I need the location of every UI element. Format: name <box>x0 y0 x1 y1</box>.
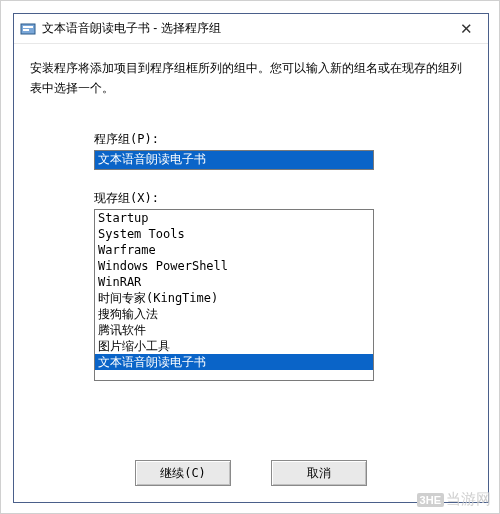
button-bar: 继续(C) 取消 <box>14 460 488 486</box>
app-icon <box>20 21 36 37</box>
form-area: 程序组(P): 现存组(X): StartupSystem ToolsWarfr… <box>14 109 488 381</box>
existing-groups-listbox[interactable]: StartupSystem ToolsWarframeWindows Power… <box>94 209 374 381</box>
list-item[interactable]: Windows PowerShell <box>95 258 373 274</box>
svg-rect-2 <box>23 29 29 31</box>
continue-button[interactable]: 继续(C) <box>135 460 231 486</box>
window-title: 文本语音朗读电子书 - 选择程序组 <box>42 20 444 37</box>
list-item[interactable]: 搜狗输入法 <box>95 306 373 322</box>
instruction-text: 安装程序将添加项目到程序组框所列的组中。您可以输入新的组名或在现存的组列表中选择… <box>14 44 488 109</box>
page-frame: 文本语音朗读电子书 - 选择程序组 ✕ 安装程序将添加项目到程序组框所列的组中。… <box>0 0 500 514</box>
titlebar: 文本语音朗读电子书 - 选择程序组 ✕ <box>14 14 488 44</box>
svg-rect-1 <box>23 26 33 28</box>
program-group-input[interactable] <box>94 150 374 170</box>
existing-groups-label: 现存组(X): <box>94 190 428 207</box>
program-group-label: 程序组(P): <box>94 131 428 148</box>
close-button[interactable]: ✕ <box>444 14 488 44</box>
cancel-button[interactable]: 取消 <box>271 460 367 486</box>
list-item[interactable]: Startup <box>95 210 373 226</box>
installer-dialog: 文本语音朗读电子书 - 选择程序组 ✕ 安装程序将添加项目到程序组框所列的组中。… <box>13 13 489 503</box>
list-item[interactable]: 时间专家(KingTime) <box>95 290 373 306</box>
list-item[interactable]: 腾讯软件 <box>95 322 373 338</box>
list-item[interactable]: 图片缩小工具 <box>95 338 373 354</box>
list-item[interactable]: 文本语音朗读电子书 <box>95 354 373 370</box>
list-item[interactable]: System Tools <box>95 226 373 242</box>
list-item[interactable]: Warframe <box>95 242 373 258</box>
list-item[interactable]: WinRAR <box>95 274 373 290</box>
separator <box>32 443 472 444</box>
